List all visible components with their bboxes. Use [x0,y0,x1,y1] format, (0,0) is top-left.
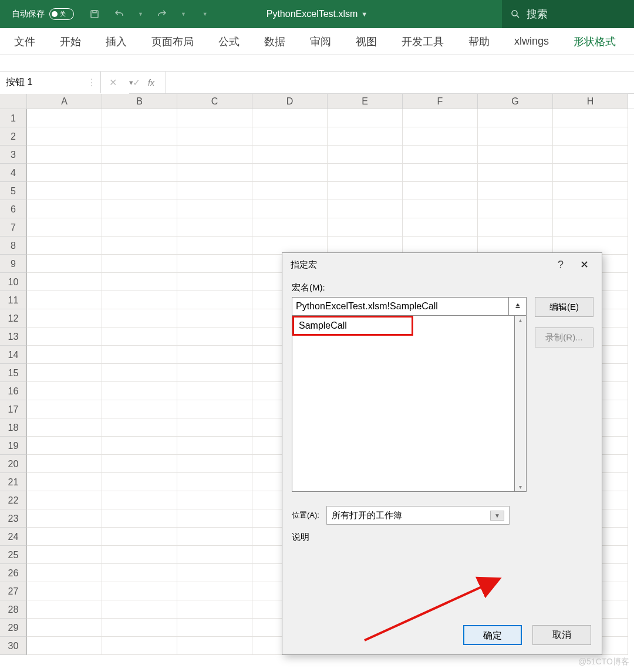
cell[interactable] [177,509,252,528]
search-box[interactable]: 搜索 [502,0,634,28]
fx-label[interactable]: fx [148,78,166,87]
cell[interactable] [177,309,252,327]
cell[interactable] [403,127,478,146]
row-header[interactable]: 15 [0,364,27,382]
cell[interactable] [177,491,252,509]
cell[interactable] [328,164,403,182]
row-header[interactable]: 7 [0,218,27,237]
row-header[interactable]: 8 [0,237,27,255]
cell[interactable] [102,528,177,546]
cell[interactable] [177,637,252,655]
cell[interactable] [27,473,102,491]
tab-页面布局[interactable]: 页面布局 [142,29,203,55]
cell[interactable] [177,346,252,364]
row-header[interactable]: 18 [0,418,27,437]
row-header[interactable]: 11 [0,291,27,309]
cell[interactable] [177,146,252,164]
cell[interactable] [27,200,102,218]
cancel-formula-icon[interactable]: ✕ [101,77,124,88]
cell[interactable] [27,237,102,255]
cell[interactable] [403,182,478,200]
cell[interactable] [177,218,252,237]
cell[interactable] [102,346,177,364]
cell[interactable] [177,200,252,218]
scroll-up-icon[interactable]: ▴ [515,317,526,323]
cell[interactable] [252,182,328,200]
cell[interactable] [27,164,102,182]
cell[interactable] [177,255,252,273]
cell[interactable] [27,291,102,309]
column-header[interactable]: F [403,94,478,109]
row-header[interactable]: 9 [0,255,27,273]
enter-formula-icon[interactable]: ✓ [124,77,148,88]
cell[interactable] [177,382,252,400]
cell[interactable] [27,327,102,346]
cell[interactable] [27,600,102,619]
cell[interactable] [252,146,328,164]
row-header[interactable]: 21 [0,473,27,491]
row-header[interactable]: 17 [0,400,27,418]
collapse-dialog-icon[interactable] [509,297,527,316]
column-header[interactable]: D [252,94,328,109]
row-header[interactable]: 5 [0,182,27,200]
cell[interactable] [102,564,177,582]
redo-dropdown-icon[interactable]: ▼ [181,11,186,17]
cell[interactable] [177,418,252,437]
autosave-control[interactable]: 自动保存 关 [0,8,74,20]
cell[interactable] [177,400,252,418]
cell[interactable] [252,127,328,146]
cell[interactable] [27,382,102,400]
name-box[interactable]: ▾ [0,72,82,94]
cell[interactable] [177,127,252,146]
formula-input[interactable] [166,72,634,93]
cell[interactable] [403,218,478,237]
cell[interactable] [177,109,252,127]
cell[interactable] [553,200,628,218]
cell[interactable] [27,637,102,655]
row-header[interactable]: 10 [0,273,27,291]
cell[interactable] [403,200,478,218]
cell[interactable] [553,127,628,146]
cell[interactable] [27,109,102,127]
cell[interactable] [553,164,628,182]
cell[interactable] [177,273,252,291]
cell[interactable] [102,473,177,491]
cell[interactable] [102,309,177,327]
cell[interactable] [102,146,177,164]
macro-list[interactable]: SampleCall [292,316,515,492]
cell[interactable] [102,400,177,418]
cell[interactable] [403,109,478,127]
cell[interactable] [102,382,177,400]
tab-开始[interactable]: 开始 [50,29,90,55]
row-header[interactable]: 25 [0,546,27,564]
column-header[interactable]: E [328,94,403,109]
cell[interactable] [478,200,553,218]
cell[interactable] [102,327,177,346]
cell[interactable] [177,473,252,491]
scroll-down-icon[interactable]: ▾ [515,484,526,490]
dialog-titlebar[interactable]: 指定宏 ? ✕ [282,253,602,276]
cell[interactable] [27,218,102,237]
row-header[interactable]: 13 [0,327,27,346]
tab-公式[interactable]: 公式 [209,29,249,55]
tab-审阅[interactable]: 审阅 [301,29,340,55]
cell[interactable] [102,364,177,382]
tab-形状格式[interactable]: 形状格式 [564,29,625,55]
cell[interactable] [403,146,478,164]
cell[interactable] [478,109,553,127]
cell[interactable] [27,509,102,528]
close-icon[interactable]: ✕ [575,256,593,273]
cell[interactable] [102,127,177,146]
cell[interactable] [252,200,328,218]
cell[interactable] [102,218,177,237]
row-header[interactable]: 2 [0,127,27,146]
cell[interactable] [553,218,628,237]
cell[interactable] [553,109,628,127]
cell[interactable] [27,364,102,382]
cell[interactable] [102,109,177,127]
cell[interactable] [27,491,102,509]
cell[interactable] [27,400,102,418]
qat-customize-icon[interactable]: ▼ [203,11,208,17]
cell[interactable] [177,364,252,382]
cell[interactable] [478,164,553,182]
